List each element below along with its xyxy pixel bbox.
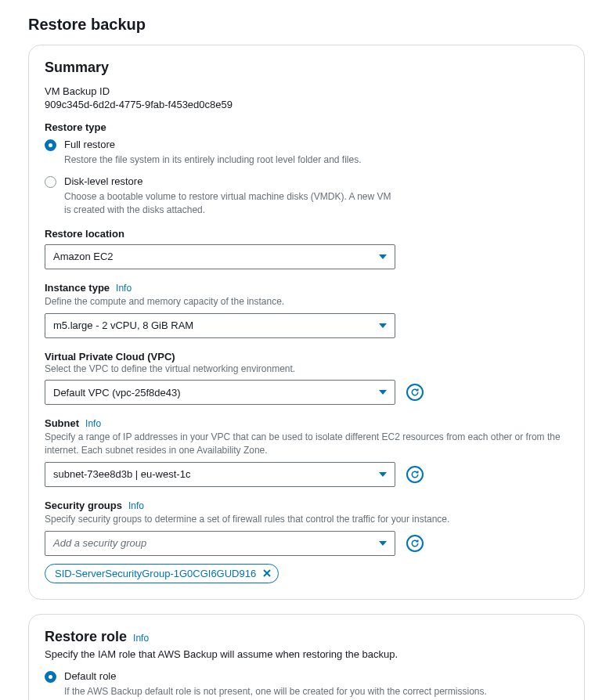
restore-location-group: Restore location Amazon EC2 bbox=[45, 228, 568, 269]
subnet-select[interactable]: subnet-73ee8d3b | eu-west-1c bbox=[45, 462, 395, 487]
security-groups-help: Specify security groups to determine a s… bbox=[45, 513, 568, 526]
info-link[interactable]: Info bbox=[85, 418, 101, 429]
chevron-down-icon bbox=[379, 472, 387, 477]
subnet-help: Specify a range of IP addresses in your … bbox=[45, 431, 568, 457]
chevron-down-icon bbox=[379, 323, 387, 328]
remove-tag-button[interactable] bbox=[262, 568, 272, 578]
subnet-label: Subnet bbox=[45, 417, 79, 429]
backup-id-value: 909c345d-6d2d-4775-9fab-f453ed0c8e59 bbox=[45, 99, 568, 110]
radio-label: Disk-level restore bbox=[64, 175, 568, 189]
radio-label: Full restore bbox=[64, 138, 568, 152]
select-value: m5.large - 2 vCPU, 8 GiB RAM bbox=[53, 319, 193, 331]
instance-type-help: Define the compute and memory capacity o… bbox=[45, 295, 568, 309]
restore-type-group: Full restore Restore the file system in … bbox=[45, 138, 568, 217]
info-link[interactable]: Info bbox=[116, 283, 132, 294]
restore-role-desc: Specify the IAM role that AWS Backup wil… bbox=[45, 648, 568, 660]
chevron-down-icon bbox=[379, 390, 387, 395]
radio-default-role[interactable]: Default role If the AWS Backup default r… bbox=[45, 669, 568, 698]
subnet-group: Subnet Info Specify a range of IP addres… bbox=[45, 417, 568, 487]
radio-button-icon[interactable] bbox=[45, 176, 56, 188]
radio-description: Choose a bootable volume to restore virt… bbox=[64, 190, 393, 217]
restore-role-panel: Restore role Info Specify the IAM role t… bbox=[28, 614, 585, 700]
security-groups-select[interactable]: Add a security group bbox=[45, 531, 395, 556]
select-value: Default VPC (vpc-25f8de43) bbox=[53, 387, 181, 399]
radio-full-restore[interactable]: Full restore Restore the file system in … bbox=[45, 138, 568, 167]
security-groups-refresh-button[interactable] bbox=[406, 535, 424, 552]
chevron-down-icon bbox=[379, 541, 387, 546]
info-link[interactable]: Info bbox=[128, 500, 144, 511]
chevron-down-icon bbox=[379, 254, 387, 259]
restore-role-group: Default role If the AWS Backup default r… bbox=[45, 669, 568, 700]
page-title: Restore backup bbox=[28, 16, 585, 34]
radio-label: Default role bbox=[64, 669, 568, 684]
backup-id-label: VM Backup ID bbox=[45, 85, 568, 97]
security-groups-label: Security groups bbox=[45, 500, 122, 511]
summary-panel: Summary VM Backup ID 909c345d-6d2d-4775-… bbox=[28, 45, 585, 600]
radio-description: Restore the file system in its entirely … bbox=[64, 153, 393, 167]
instance-type-label: Instance type bbox=[45, 282, 110, 294]
security-group-tag: SID-ServerSecurityGroup-1G0CGI6GUD916 bbox=[45, 564, 279, 583]
radio-button-icon[interactable] bbox=[45, 139, 56, 151]
select-value: Amazon EC2 bbox=[53, 251, 114, 262]
refresh-icon bbox=[410, 539, 420, 548]
restore-location-label: Restore location bbox=[45, 228, 568, 240]
select-placeholder: Add a security group bbox=[53, 537, 146, 549]
security-groups-group: Security groups Info Specify security gr… bbox=[45, 500, 568, 583]
vpc-select[interactable]: Default VPC (vpc-25f8de43) bbox=[45, 380, 395, 405]
vpc-refresh-button[interactable] bbox=[406, 384, 424, 401]
refresh-icon bbox=[410, 388, 420, 397]
vpc-help: Select the VPC to define the virtual net… bbox=[45, 363, 568, 376]
close-icon bbox=[262, 568, 272, 578]
tag-label: SID-ServerSecurityGroup-1G0CGI6GUD916 bbox=[55, 568, 256, 579]
vpc-label: Virtual Private Cloud (VPC) bbox=[45, 351, 568, 363]
summary-heading: Summary bbox=[45, 60, 568, 76]
info-link[interactable]: Info bbox=[133, 633, 149, 644]
restore-type-label: Restore type bbox=[45, 121, 568, 133]
radio-disk-level-restore[interactable]: Disk-level restore Choose a bootable vol… bbox=[45, 175, 568, 217]
instance-type-select[interactable]: m5.large - 2 vCPU, 8 GiB RAM bbox=[45, 313, 395, 338]
refresh-icon bbox=[410, 470, 420, 479]
instance-type-group: Instance type Info Define the compute an… bbox=[45, 282, 568, 338]
subnet-refresh-button[interactable] bbox=[406, 466, 424, 483]
select-value: subnet-73ee8d3b | eu-west-1c bbox=[53, 468, 190, 480]
restore-location-select[interactable]: Amazon EC2 bbox=[45, 244, 395, 269]
radio-description: If the AWS Backup default role is not pr… bbox=[64, 685, 568, 698]
vpc-group: Virtual Private Cloud (VPC) Select the V… bbox=[45, 351, 568, 406]
restore-role-heading: Restore role bbox=[45, 629, 127, 645]
radio-button-icon[interactable] bbox=[45, 671, 56, 683]
